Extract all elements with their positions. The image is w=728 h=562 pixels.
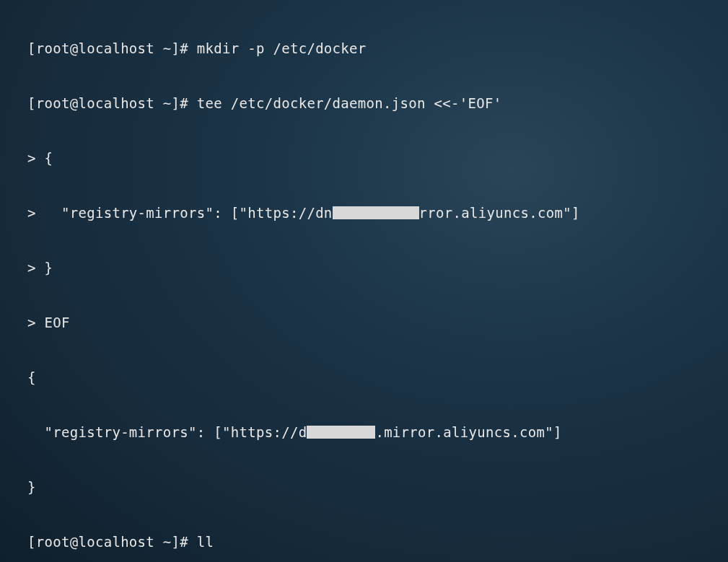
- heredoc-prompt: >: [27, 260, 44, 276]
- command-text: mkdir -p /etc/docker: [197, 40, 367, 56]
- shell-prompt: [root@localhost ~]#: [27, 40, 197, 56]
- terminal-session[interactable]: [root@localhost ~]# mkdir -p /etc/docker…: [0, 0, 728, 562]
- heredoc-text: EOF: [44, 315, 69, 330]
- terminal-line: {: [27, 364, 728, 391]
- terminal-line: }: [27, 473, 728, 501]
- terminal-line: > "registry-mirrors": ["https://dnrror.a…: [27, 199, 728, 227]
- terminal-line: [root@localhost ~]# tee /etc/docker/daem…: [27, 89, 728, 117]
- shell-prompt: [root@localhost ~]#: [27, 95, 197, 111]
- output-text: .mirror.aliyuncs.com"]: [375, 424, 561, 440]
- redacted-text: [333, 206, 419, 219]
- command-text: ll: [197, 534, 214, 550]
- heredoc-text: {: [44, 150, 53, 166]
- terminal-line: "registry-mirrors": ["https://d.mirror.a…: [27, 418, 728, 446]
- heredoc-text: "registry-mirrors": ["https://dn: [44, 205, 332, 221]
- terminal-line: > {: [27, 144, 728, 172]
- heredoc-prompt: >: [27, 315, 44, 330]
- terminal-line: [root@localhost ~]# mkdir -p /etc/docker: [27, 35, 728, 62]
- output-text: {: [27, 369, 36, 385]
- terminal-line: [root@localhost ~]# ll: [27, 528, 728, 556]
- heredoc-text: rror.aliyuncs.com"]: [419, 205, 580, 221]
- terminal-line: > EOF: [27, 309, 728, 336]
- command-text: tee /etc/docker/daemon.json <<-'EOF': [197, 95, 502, 111]
- redacted-text: [307, 426, 375, 439]
- terminal-line: > }: [27, 254, 728, 281]
- shell-prompt: [root@localhost ~]#: [27, 534, 197, 550]
- heredoc-text: }: [44, 260, 53, 276]
- heredoc-prompt: >: [27, 150, 44, 166]
- output-text: "registry-mirrors": ["https://d: [27, 424, 307, 440]
- output-text: }: [27, 479, 36, 495]
- heredoc-prompt: >: [27, 205, 44, 221]
